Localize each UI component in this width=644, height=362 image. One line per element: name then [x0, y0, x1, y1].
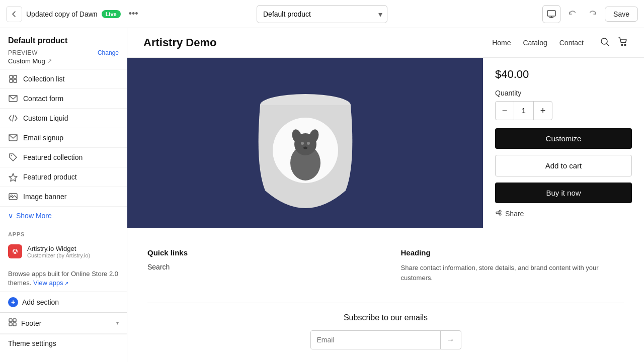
topbar-left: Updated copy of Dawn Live ••• — [6, 6, 214, 22]
add-to-cart-button[interactable]: Add to cart — [495, 155, 632, 176]
heading-title: Heading — [401, 248, 624, 257]
app-icon-artistry — [8, 244, 22, 258]
quantity-increase-button[interactable]: + — [534, 102, 552, 120]
save-button[interactable]: Save — [605, 7, 638, 22]
product-details: $40.00 Quantity − 1 + Customize Add to c… — [483, 58, 644, 228]
footer-chevron-icon: ▾ — [116, 320, 119, 326]
nav-link-contact[interactable]: Contact — [559, 39, 584, 47]
sidebar-item-email-signup[interactable]: Email signup — [0, 128, 127, 148]
store-nav-icons — [600, 37, 628, 49]
svg-rect-18 — [9, 323, 12, 326]
redo-button[interactable] — [585, 6, 601, 22]
app-info: Artistry.io Widget Customizer (by Artist… — [27, 245, 90, 258]
undo-button[interactable] — [565, 6, 581, 22]
app-sub: Customizer (by Artistry.io) — [27, 252, 90, 258]
footer-label: Footer — [21, 319, 41, 327]
store-footer: Quick links Search Heading Share contact… — [127, 228, 644, 362]
page-title: Updated copy of Dawn — [26, 10, 98, 18]
topbar-right: Save — [430, 5, 638, 23]
image-icon — [8, 192, 18, 202]
chevron-down-icon: ∨ — [8, 212, 13, 220]
topbar: Updated copy of Dawn Live ••• Default pr… — [0, 0, 644, 28]
app-item-artistry[interactable]: Artistry.io Widget Customizer (by Artist… — [8, 241, 119, 261]
sidebar-item-label-featured-collection: Featured collection — [23, 153, 119, 161]
theme-settings-item[interactable]: Theme settings — [0, 334, 127, 352]
svg-point-23 — [624, 44, 626, 46]
sidebar: Default product PREVIEW Change Custom Mu… — [0, 28, 127, 362]
sidebar-item-label-collection-list: Collection list — [23, 75, 119, 83]
nav-link-catalog[interactable]: Catalog — [523, 39, 547, 47]
star-icon — [8, 172, 18, 182]
sidebar-item-featured-product[interactable]: Featured product — [0, 167, 127, 187]
share-row[interactable]: Share — [495, 209, 632, 218]
buy-now-button[interactable]: Buy it now — [495, 183, 632, 203]
footer-columns: Quick links Search Heading Share contact… — [147, 248, 624, 283]
svg-line-33 — [498, 211, 499, 212]
apps-label: APPS — [8, 231, 119, 237]
sidebar-item-custom-liquid[interactable]: Custom Liquid — [0, 109, 127, 128]
footer-grid-icon — [8, 318, 17, 328]
main-layout: Default product PREVIEW Change Custom Mu… — [0, 28, 644, 362]
store-logo: Artistry Demo — [143, 36, 476, 49]
add-section-button[interactable]: + Add section — [0, 292, 127, 313]
quantity-decrease-button[interactable]: − — [496, 102, 514, 120]
tag-icon — [8, 152, 18, 162]
share-icon — [495, 209, 502, 218]
back-button[interactable] — [6, 6, 22, 22]
svg-rect-6 — [14, 79, 17, 82]
email-input[interactable] — [311, 331, 440, 349]
svg-rect-4 — [14, 75, 17, 78]
quantity-value: 1 — [514, 102, 534, 120]
show-more-row[interactable]: ∨ Show More — [0, 207, 127, 225]
quantity-label: Quantity — [495, 89, 632, 97]
sidebar-header: Default product PREVIEW Change Custom Mu… — [0, 28, 127, 69]
more-options-button[interactable]: ••• — [125, 7, 142, 21]
search-icon[interactable] — [600, 37, 610, 49]
external-link-small-icon: ↗ — [63, 281, 69, 286]
monitor-button[interactable] — [542, 5, 560, 23]
nav-link-home[interactable]: Home — [492, 39, 511, 47]
sidebar-item-contact-form[interactable]: Contact form — [0, 89, 127, 109]
customize-button[interactable]: Customize — [495, 128, 632, 149]
sidebar-section-title: Default product — [8, 36, 119, 45]
email-input-row: → — [310, 330, 461, 349]
preview-label: PREVIEW — [8, 49, 38, 56]
sidebar-item-footer[interactable]: Footer ▾ — [0, 313, 127, 334]
heading-text: Share contact information, store details… — [401, 263, 624, 283]
quantity-control: − 1 + — [495, 101, 552, 120]
share-label: Share — [505, 210, 524, 218]
product-price: $40.00 — [495, 68, 632, 81]
svg-point-31 — [307, 142, 310, 145]
sidebar-scroll: Collection list Contact form Custom Liqu… — [0, 69, 127, 362]
svg-rect-5 — [10, 79, 13, 82]
view-apps-link[interactable]: View apps ↗ — [33, 279, 69, 287]
product-select[interactable]: Default product — [257, 5, 387, 23]
code-icon — [8, 113, 18, 123]
envelope-icon — [8, 94, 18, 104]
svg-marker-11 — [9, 173, 17, 182]
cart-icon[interactable] — [618, 37, 628, 49]
sidebar-item-image-banner[interactable]: Image banner — [0, 187, 127, 207]
add-icon: + — [8, 297, 18, 307]
svg-point-32 — [303, 147, 307, 149]
sidebar-item-label-featured-product: Featured product — [23, 173, 119, 181]
sidebar-item-collection-list[interactable]: Collection list — [0, 69, 127, 89]
product-select-wrapper: Default product ▾ — [257, 5, 387, 23]
svg-rect-19 — [13, 323, 16, 326]
product-section: $40.00 Quantity − 1 + Customize Add to c… — [127, 58, 644, 228]
email-submit-button[interactable]: → — [440, 331, 461, 349]
svg-rect-0 — [547, 11, 555, 16]
sidebar-item-featured-collection[interactable]: Featured collection — [0, 148, 127, 167]
subscribe-section: Subscribe to our emails → — [147, 303, 624, 362]
svg-line-21 — [607, 43, 609, 46]
svg-point-30 — [301, 142, 304, 145]
show-more-label: Show More — [16, 212, 52, 220]
footer-col-heading: Heading Share contact information, store… — [401, 248, 624, 283]
product-image-area — [127, 58, 483, 228]
svg-line-8 — [13, 115, 14, 121]
footer-search-link[interactable]: Search — [147, 263, 371, 271]
footer-col-quick-links: Quick links Search — [147, 248, 371, 283]
preview-row: PREVIEW Change — [8, 49, 119, 56]
preview-scroll[interactable]: Artistry Demo Home Catalog Contact — [127, 28, 644, 362]
change-link[interactable]: Change — [98, 49, 119, 56]
